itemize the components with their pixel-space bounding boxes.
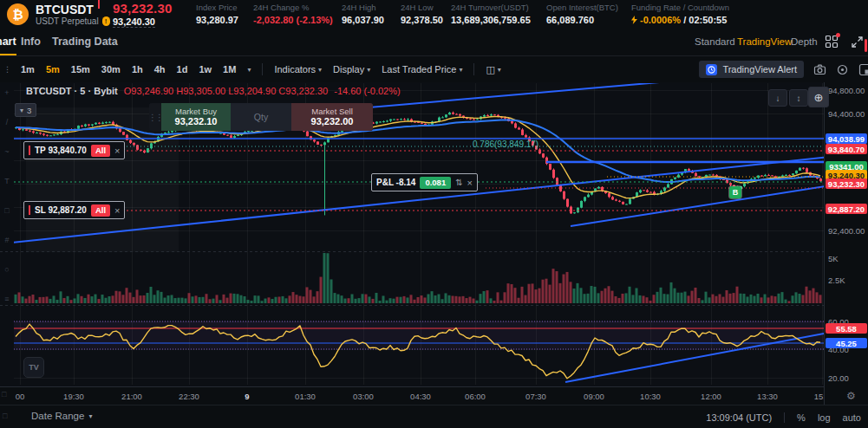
axis-price-badge: 93,840.70 — [826, 144, 867, 154]
take-profit-tag[interactable]: TP 93,840.70 All × — [23, 141, 125, 159]
stat-value: 93,280.97 — [196, 15, 238, 25]
target-icon[interactable] — [836, 63, 849, 76]
draw-tool-icon-5[interactable]: # — [2, 236, 12, 244]
axis-price-label: 5K — [828, 254, 839, 263]
draw-tool-icon-0[interactable]: + — [2, 88, 12, 97]
draw-tool-icon-1[interactable]: / — [2, 118, 12, 126]
tab-chart[interactable]: Chart — [0, 29, 16, 55]
menu-indicators[interactable]: Indicators▾ — [274, 64, 322, 75]
axis-price-label: 92,400.00 — [828, 226, 865, 236]
tab-row: ChartInfoTrading Data StandardTradingVie… — [0, 29, 868, 56]
interval-30m[interactable]: 30m — [101, 64, 121, 75]
tab-trading-data[interactable]: Trading Data — [52, 29, 118, 54]
camera-icon[interactable] — [813, 63, 826, 76]
menu-display[interactable]: Display▾ — [333, 64, 370, 75]
pnl-label: P&L -8.14 — [376, 178, 415, 187]
stat-value: 92,378.50 — [401, 15, 443, 25]
expand-arrows-icon[interactable] — [851, 36, 864, 49]
chart-style-menu[interactable]: ◫▾ — [486, 64, 500, 75]
tp-all-button[interactable]: All — [91, 145, 110, 157]
chevron-down-icon: ▾ — [318, 66, 322, 74]
draw-tool-icon-4[interactable]: □ — [2, 206, 12, 215]
chart-canvas[interactable] — [0, 82, 868, 386]
market-buy-button[interactable]: Market Buy 93,232.10 — [161, 103, 231, 131]
axis-price-badge: 55.58 — [826, 323, 867, 334]
scale-buttons: %logauto — [797, 412, 861, 423]
market-sell-button[interactable]: Market Sell 93,232.00 — [291, 103, 373, 131]
last-price: 93,232.30 — [113, 1, 173, 16]
sl-all-button[interactable]: All — [91, 204, 110, 217]
axis-time-label: 04:30 — [410, 392, 431, 401]
scale-button-log[interactable]: log — [818, 412, 831, 423]
toolbar-handle-icon[interactable]: ⋮ — [3, 65, 10, 74]
interval-1d[interactable]: 1d — [177, 64, 188, 75]
interval-1h[interactable]: 1h — [132, 64, 143, 75]
scroll-indicator[interactable] — [865, 39, 867, 52]
stop-loss-tag[interactable]: SL 92,887.20 All × — [23, 201, 125, 219]
mark-price[interactable]: 93,240.30 — [113, 16, 155, 28]
tp-close-icon[interactable]: × — [114, 146, 120, 156]
camera-small-icon[interactable]: □ — [3, 412, 7, 420]
mode-standard[interactable]: Standard — [695, 29, 735, 55]
close-position-icon[interactable]: × — [467, 178, 473, 188]
interval-4h[interactable]: 4h — [154, 64, 166, 75]
menu-last-traded-price[interactable]: Last Traded Price▾ — [382, 64, 462, 75]
chevron-down-icon[interactable]: ▾ — [247, 66, 251, 74]
symbol-block[interactable]: ₿ BTCUSDT USDT Perpetual ! — [7, 3, 110, 26]
draw-tool-icon-6[interactable]: ○ — [2, 265, 12, 274]
sell-price: 93,232.00 — [311, 116, 354, 127]
stat-label: 24H Turnover(USDT) — [451, 3, 531, 12]
mode-tradingview[interactable]: TradingView — [737, 29, 792, 55]
mode-depth[interactable]: Depth — [791, 29, 818, 55]
indicator-count: 3 — [27, 106, 31, 115]
drag-handle[interactable]: ⋮⋮ — [149, 103, 161, 131]
interval-1M[interactable]: 1M — [223, 64, 236, 75]
layout-grid-icon[interactable] — [825, 35, 839, 49]
buy-label: Market Buy — [175, 107, 217, 116]
scale-button-auto[interactable]: auto — [843, 412, 861, 423]
utc-clock[interactable]: 13:09:04 (UTC) — [706, 412, 772, 423]
btc-icon: ₿ — [7, 3, 29, 25]
gear-icon[interactable]: ⚙ — [846, 390, 856, 402]
collapsed-indicators-chip[interactable]: ▾ 3 — [15, 103, 36, 117]
date-range-label: Date Range — [31, 411, 84, 421]
interval-1m[interactable]: 1m — [21, 64, 35, 75]
tab-info[interactable]: Info — [21, 29, 41, 54]
price-axis[interactable]: ⚙ 94,800.0094,400.0092,400.005K2.5K60.00… — [824, 82, 868, 405]
header-stat-5: Open Interest(BTC)66,089.760 — [546, 3, 618, 25]
divider — [784, 412, 785, 423]
crosshair-target-button[interactable]: ⊕ — [808, 87, 829, 107]
axis-time-label: 03:00 — [353, 392, 374, 401]
stat-label: 24H Change % — [253, 3, 333, 12]
date-range-menu[interactable]: Date Range ▾ — [31, 411, 92, 421]
interval-5m[interactable]: 5m — [46, 64, 60, 75]
reverse-position-icon[interactable]: ⇅ — [455, 178, 462, 187]
position-pnl-tag[interactable]: P&L -8.14 0.081 ⇅ × — [371, 173, 478, 191]
axis-time-label: 01:30 — [295, 392, 316, 401]
qty-field[interactable]: Qty — [231, 103, 291, 131]
legend-change: -14.60 (-0.02%) — [334, 86, 400, 96]
axis-price-badge: 93,232.30 — [826, 178, 867, 189]
draw-tool-icon-3[interactable]: T — [2, 177, 12, 185]
time-axis[interactable]: □ 0019:3021:0022:30901:3003:0004:3006:00… — [0, 386, 868, 405]
interval-1w[interactable]: 1w — [199, 64, 212, 75]
legend-title[interactable]: BTCUSDT · 5 · Bybit — [26, 86, 118, 96]
divider-mark — [98, 0, 100, 9]
expand-corner-icon[interactable] — [858, 63, 868, 76]
interval-15m[interactable]: 15m — [71, 64, 90, 75]
axis-time-label: 12:00 — [701, 392, 721, 401]
axis-price-badge: 45.25 — [826, 338, 867, 348]
draw-tool-icon-7[interactable]: ≡ — [2, 295, 12, 303]
sl-close-icon[interactable]: × — [114, 205, 120, 216]
position-qty-button[interactable]: 0.081 — [420, 177, 451, 189]
restore-pane-button[interactable]: ↕ — [789, 89, 808, 107]
scale-button-%[interactable]: % — [797, 412, 806, 423]
toolbar-right: TradingView Alert — [699, 56, 868, 82]
axis-time-label: 9 — [245, 392, 249, 401]
tradingview-alert-button[interactable]: TradingView Alert — [699, 61, 804, 78]
scroll-to-latest-button[interactable]: ↓ — [768, 89, 787, 107]
stat-label: Index Price — [196, 3, 238, 12]
tradingview-watermark[interactable]: TV — [23, 357, 44, 378]
draw-tool-icon-2[interactable]: ~ — [2, 147, 12, 156]
stat-value: 66,089.760 — [546, 15, 618, 25]
